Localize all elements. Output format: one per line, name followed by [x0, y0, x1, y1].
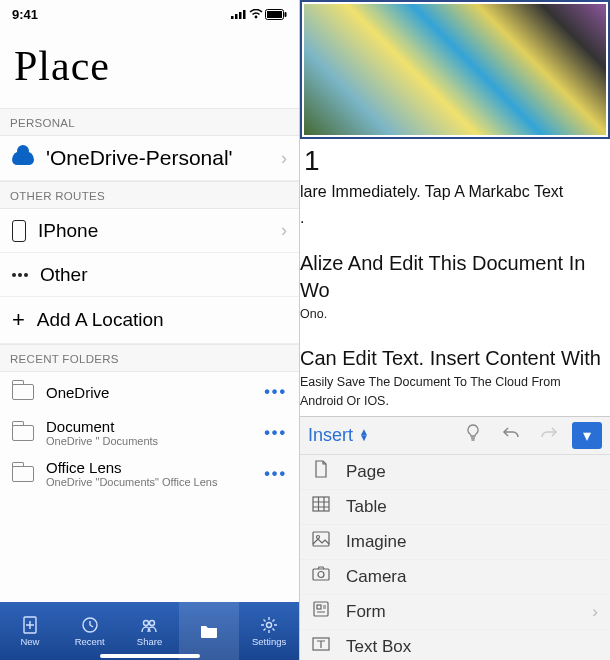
recent-folder[interactable]: Office LensOneDrive "Documents" Office L… — [0, 453, 299, 494]
insert-panel: Insert ▲▼ ▾ PageTableImagineCameraForm›T… — [300, 416, 610, 660]
place-onedrive-personal[interactable]: 'OneDrive-Personal' › — [0, 136, 299, 181]
recent-icon — [80, 615, 100, 635]
panel-header: Insert ▲▼ ▾ — [300, 417, 610, 455]
folder-icon — [12, 425, 34, 441]
section-header-recent: RECENT FOLDERS — [0, 344, 299, 372]
panel-tab-label: Insert — [308, 425, 353, 446]
undo-icon — [502, 426, 520, 440]
recent-name: OneDrive — [46, 384, 252, 401]
tab-new[interactable]: New — [0, 602, 60, 660]
menu-item-label: Imagine — [346, 532, 406, 552]
places-pane: 9:41 Place PERSONAL 'OneDrive-Personal' … — [0, 0, 300, 660]
status-bar: 9:41 — [0, 0, 299, 28]
document-body[interactable]: 1 lare Immediately. Tap A Markabc Text .… — [300, 139, 610, 660]
svg-point-10 — [144, 621, 149, 626]
place-label: 'OneDrive-Personal' — [46, 146, 269, 170]
svg-point-11 — [150, 621, 155, 626]
doc-text: Ono. — [300, 304, 610, 323]
doc-text: lare Immediately. Tap A Markabc Text — [300, 177, 610, 203]
tab-bar: New Recent Share Settings — [0, 602, 299, 660]
new-icon — [20, 615, 40, 635]
undo-button[interactable] — [496, 426, 526, 444]
tab-label: Settings — [252, 636, 286, 647]
recent-folder[interactable]: DocumentOneDrive " Documents ••• — [0, 412, 299, 453]
insert-page[interactable]: Page — [300, 455, 610, 490]
home-indicator — [100, 654, 200, 658]
status-time: 9:41 — [12, 7, 38, 22]
textbox-icon — [312, 635, 330, 658]
add-location[interactable]: + Add A Location — [0, 297, 299, 344]
recent-sub: OneDrive "Documents" Office Lens — [46, 476, 252, 488]
svg-rect-14 — [313, 532, 329, 546]
collapse-panel-button[interactable]: ▾ — [572, 422, 602, 449]
menu-item-label: Page — [346, 462, 386, 482]
tab-share[interactable]: Share — [120, 602, 180, 660]
svg-point-12 — [267, 623, 272, 628]
document-hero-image — [302, 2, 608, 137]
svg-rect-2 — [239, 12, 242, 19]
menu-item-label: Form — [346, 602, 386, 622]
menu-item-label: Text Box — [346, 637, 411, 657]
recent-more-button[interactable]: ••• — [264, 383, 287, 401]
folder-icon — [12, 384, 34, 400]
insert-textbox[interactable]: Text Box — [300, 630, 610, 660]
chevron-down-icon: ▾ — [583, 427, 591, 444]
table-icon — [312, 495, 330, 518]
doc-text: Easily Save The Document To The Cloud Fr… — [300, 372, 610, 391]
folder-icon — [12, 466, 34, 482]
svg-rect-0 — [231, 16, 234, 19]
section-header-personal: PERSONAL — [0, 108, 299, 136]
svg-rect-3 — [243, 10, 246, 19]
chevron-right-icon: › — [592, 602, 598, 622]
share-icon — [139, 615, 159, 635]
doc-heading: Can Edit Text. Insert Content With — [300, 341, 610, 372]
insert-image[interactable]: Imagine — [300, 525, 610, 560]
tab-settings[interactable]: Settings — [239, 602, 299, 660]
recent-folder[interactable]: OneDrive ••• — [0, 372, 299, 412]
svg-rect-6 — [267, 11, 282, 18]
status-indicators — [231, 9, 287, 20]
place-other[interactable]: Other — [0, 253, 299, 297]
document-pane: 1 lare Immediately. Tap A Markabc Text .… — [300, 0, 610, 660]
insert-table[interactable]: Table — [300, 490, 610, 525]
panel-tab-selector[interactable]: Insert ▲▼ — [308, 425, 369, 446]
signal-icon — [231, 9, 247, 19]
place-label: Other — [40, 264, 287, 286]
redo-button[interactable] — [534, 426, 564, 444]
recent-sub: OneDrive " Documents — [46, 435, 252, 447]
form-icon — [312, 600, 330, 623]
insert-camera[interactable]: Camera — [300, 560, 610, 595]
tab-label: Share — [137, 636, 162, 647]
tab-label: Recent — [75, 636, 105, 647]
svg-rect-1 — [235, 14, 238, 19]
onedrive-icon — [12, 151, 34, 165]
svg-rect-7 — [285, 12, 287, 17]
redo-icon — [540, 426, 558, 440]
insert-form[interactable]: Form› — [300, 595, 610, 630]
add-location-label: Add A Location — [37, 309, 287, 331]
battery-icon — [265, 9, 287, 20]
more-icon — [12, 273, 28, 277]
chevron-right-icon: › — [281, 220, 287, 241]
phone-icon — [12, 220, 26, 242]
svg-point-17 — [318, 572, 324, 578]
doc-heading-number: 1 — [300, 145, 610, 177]
recent-more-button[interactable]: ••• — [264, 465, 287, 483]
gear-icon — [259, 615, 279, 635]
lightbulb-button[interactable] — [458, 424, 488, 446]
place-iphone[interactable]: IPhone › — [0, 209, 299, 253]
image-icon — [312, 530, 330, 553]
updown-icon: ▲▼ — [359, 429, 369, 441]
svg-rect-19 — [317, 605, 321, 609]
recent-name: Document — [46, 418, 252, 435]
camera-icon — [312, 565, 330, 588]
section-header-other: OTHER ROUTES — [0, 181, 299, 209]
page-title: Place — [0, 28, 299, 108]
tab-open[interactable] — [179, 602, 239, 660]
recent-more-button[interactable]: ••• — [264, 424, 287, 442]
doc-text: Android Or IOS. — [300, 391, 610, 410]
tab-label: New — [20, 636, 39, 647]
open-folder-icon — [199, 621, 219, 641]
tab-recent[interactable]: Recent — [60, 602, 120, 660]
svg-rect-13 — [313, 497, 329, 511]
